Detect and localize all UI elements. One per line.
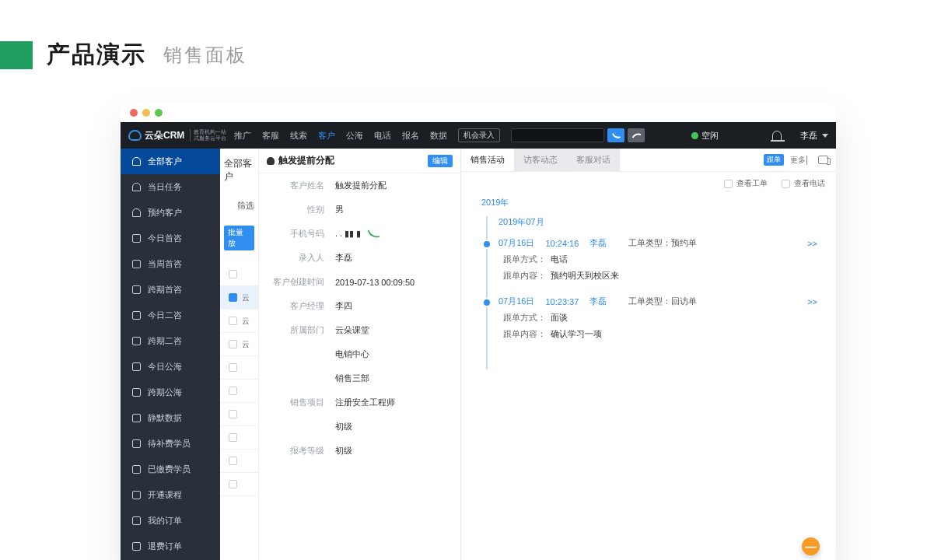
sidebar-label: 全部客户 (148, 156, 182, 167)
checkbox-icon[interactable] (229, 457, 237, 465)
detail-panel: 触发提前分配 编辑 客户姓名触发提前分配 性别男 手机号码. . ▮▮ ▮ 录入… (259, 149, 461, 560)
checkbox-icon[interactable] (229, 410, 237, 418)
zoom-icon[interactable] (155, 109, 163, 117)
field-value: 销售三部 (335, 373, 369, 384)
nav-icon (132, 414, 141, 422)
list-row[interactable] (220, 450, 258, 473)
sidebar-item[interactable]: 跨期公海 (121, 380, 220, 405)
sidebar: 全部客户当日任务预约客户今日首咨当周首咨跨期首咨今日二咨跨期二咨今日公海跨期公海… (121, 149, 220, 560)
nav-item[interactable]: 数据 (430, 130, 447, 142)
tl-time: 10:23:37 (545, 297, 579, 306)
field-value: 注册安全工程师 (335, 397, 395, 408)
checkbox-icon[interactable] (229, 293, 237, 302)
search-input[interactable] (511, 128, 604, 142)
sidebar-item[interactable]: 全部客户 (121, 149, 220, 174)
call-icon[interactable] (368, 228, 380, 240)
more-button[interactable]: 更多 (790, 155, 807, 166)
sidebar-item[interactable]: 跨期二咨 (121, 328, 220, 354)
nav-icon (132, 208, 141, 217)
sidebar-item[interactable]: 当周首咨 (121, 251, 220, 277)
checkbox-icon[interactable] (229, 317, 237, 325)
checkbox-icon (724, 180, 733, 188)
nav-item[interactable]: 客服 (262, 130, 279, 142)
checkbox-icon[interactable] (229, 387, 237, 395)
list-row[interactable] (220, 263, 258, 286)
sidebar-item[interactable]: 当日任务 (121, 174, 220, 200)
sidebar-item[interactable]: 预约客户 (121, 200, 220, 226)
field-label: 报考等级 (268, 445, 324, 457)
brand-text: 云朵CRM (145, 129, 184, 142)
expand-button[interactable]: >> (807, 297, 820, 306)
phone-icon (631, 131, 641, 140)
list-row[interactable] (220, 426, 258, 450)
filter-options: 查看工单 查看电话 (461, 172, 836, 195)
list-row[interactable]: 云 (220, 333, 258, 356)
sidebar-item[interactable]: 今日二咨 (121, 303, 220, 328)
checkbox-icon[interactable] (229, 340, 237, 348)
view-calls-checkbox[interactable]: 查看电话 (782, 178, 825, 189)
minimize-icon[interactable] (142, 109, 150, 117)
batch-button[interactable]: 批量放 (224, 226, 254, 250)
call-button[interactable] (607, 128, 624, 142)
nav-icon (132, 311, 141, 320)
bell-icon[interactable] (772, 131, 782, 141)
sidebar-item[interactable]: 退费订单 (121, 534, 220, 559)
sidebar-item[interactable]: 跨期首咨 (121, 277, 220, 303)
field-label: 客户经理 (268, 300, 324, 312)
filter-label[interactable]: 筛选 (220, 184, 258, 212)
list-row[interactable] (220, 380, 258, 403)
sidebar-item[interactable]: 待补费学员 (121, 431, 220, 457)
user-name[interactable]: 李磊 (800, 130, 817, 142)
edit-button[interactable]: 编辑 (428, 155, 453, 167)
timeline: 2019年 2019年07月 07月16日10:24:16李磊工单类型：预约单>… (461, 197, 836, 369)
list-row[interactable] (220, 403, 258, 426)
nav-item[interactable]: 客户 (318, 130, 335, 142)
slide-header: 产品演示 销售面板 (0, 0, 941, 71)
expand-button[interactable]: >> (807, 239, 820, 248)
export-icon[interactable] (818, 156, 828, 164)
sidebar-item[interactable]: 开通课程 (121, 482, 220, 508)
sidebar-item[interactable]: 我的订单 (121, 508, 220, 534)
search-area (511, 128, 645, 142)
nav-item[interactable]: 线索 (290, 130, 307, 142)
timeline-month: 2019年07月 (498, 216, 820, 228)
list-row[interactable]: 云 (220, 310, 258, 333)
activity-tab[interactable]: 访客动态 (514, 149, 567, 171)
brand-tagline: 教育机构一站 式服务云平台 (190, 129, 226, 142)
opportunity-button[interactable]: 机会录入 (458, 128, 500, 142)
sidebar-item[interactable]: 今日公海 (121, 354, 220, 380)
nav-icon (132, 183, 141, 191)
nav-item[interactable]: 推广 (234, 130, 251, 142)
view-tickets-checkbox[interactable]: 查看工单 (724, 178, 768, 189)
followup-badge[interactable]: 跟单 (764, 154, 784, 166)
checkbox-icon[interactable] (229, 363, 237, 372)
field-value: . . ▮▮ ▮ (335, 228, 379, 240)
activity-tab[interactable]: 客服对话 (567, 149, 620, 171)
nav-item[interactable]: 电话 (374, 130, 391, 142)
brand[interactable]: 云朵CRM 教育机构一站 式服务云平台 (128, 129, 226, 142)
list-row[interactable]: 云 (220, 286, 258, 310)
sidebar-item[interactable]: 今日首咨 (121, 226, 220, 251)
timeline-body: 2019年07月 07月16日10:24:16李磊工单类型：预约单>>跟单方式：… (486, 216, 820, 369)
activity-tab[interactable]: 销售活动 (461, 149, 514, 171)
fab-button[interactable]: — (802, 537, 820, 555)
nav-icon (132, 516, 141, 525)
sidebar-label: 待补费学员 (148, 438, 191, 450)
sidebar-label: 我的订单 (148, 515, 182, 527)
close-icon[interactable] (130, 109, 138, 117)
status-text[interactable]: 空闲 (701, 130, 719, 142)
chevron-down-icon[interactable] (822, 134, 828, 138)
list-row[interactable] (220, 356, 258, 380)
timeline-item: 07月16日10:24:16李磊工单类型：预约单>>跟单方式：电话跟单内容：预约… (498, 237, 820, 282)
sidebar-item[interactable]: 已缴费学员 (121, 457, 220, 482)
sidebar-item[interactable]: 静默数据 (121, 405, 220, 431)
nav-icon (132, 234, 141, 243)
tl-who: 李磊 (589, 296, 607, 307)
checkbox-icon[interactable] (229, 433, 237, 442)
nav-item[interactable]: 公海 (346, 130, 363, 142)
checkbox-icon[interactable] (229, 270, 237, 278)
nav-item[interactable]: 报名 (402, 130, 419, 142)
hangup-button[interactable] (628, 128, 645, 142)
list-row[interactable] (220, 473, 258, 496)
checkbox-icon[interactable] (229, 480, 237, 488)
